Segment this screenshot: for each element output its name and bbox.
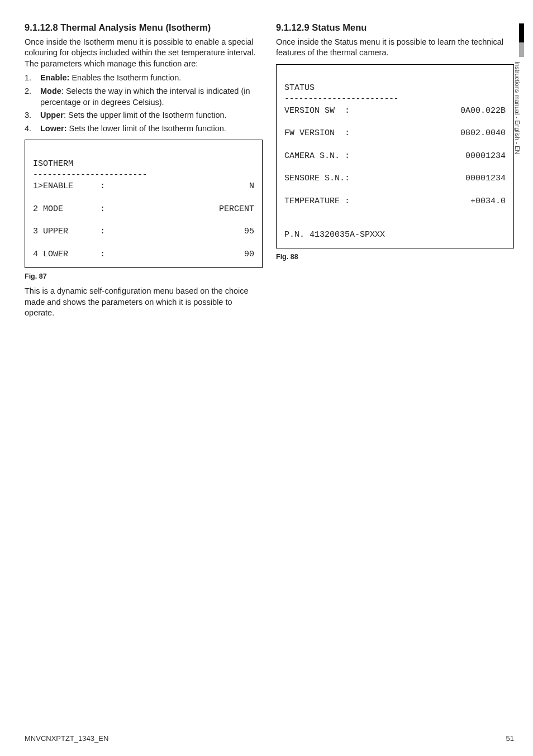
- term-val: PERCENT: [111, 204, 254, 215]
- term-colon: :: [100, 181, 111, 192]
- list-text: : Selects the way in which the interval …: [40, 87, 250, 107]
- term-label: 1>ENABLE: [33, 181, 100, 192]
- intro-isotherm: Once inside the Isotherm menu it is poss…: [25, 37, 263, 70]
- list-item: 1. Enable: Enables the Isotherm function…: [25, 73, 263, 84]
- status-label: SENSORE S.N.:: [284, 173, 367, 184]
- term-val: 95: [111, 226, 254, 237]
- terminal-status: STATUS ------------------------ VERSION …: [276, 64, 514, 248]
- term-label: 4 LOWER: [33, 249, 100, 260]
- fig-caption-88: Fig. 88: [276, 253, 514, 261]
- side-tab-black: [519, 23, 524, 42]
- terminal-rule: ------------------------: [284, 94, 398, 104]
- status-val: 00001234: [367, 173, 506, 184]
- list-num: 1.: [25, 73, 31, 84]
- status-label: CAMERA S.N. :: [284, 151, 367, 162]
- heading-isotherm: 9.1.12.8 Thermal Analysis Menu (Isotherm…: [25, 22, 263, 34]
- status-val: +0034.0: [367, 196, 506, 207]
- list-item: 4. Lower: Sets the lower limit of the Is…: [25, 123, 263, 135]
- para-after-isotherm: This is a dynamic self-configuration men…: [25, 286, 263, 319]
- term-colon: :: [100, 204, 111, 215]
- terminal-isotherm: ISOTHERM ------------------------ 1>ENAB…: [25, 140, 263, 268]
- status-label: VERSION SW :: [284, 106, 367, 117]
- list-label: Upper: [40, 111, 64, 119]
- term-val: 90: [111, 249, 254, 260]
- side-tab: Instructions manual - English - EN: [514, 23, 525, 154]
- status-val: 0802.0040: [367, 128, 506, 139]
- side-text: Instructions manual - English - EN: [514, 61, 521, 154]
- status-val: 00001234: [367, 151, 506, 162]
- list-item: 2. Mode: Selects the way in which the in…: [25, 86, 263, 108]
- status-pn: P.N. 41320035A-SPXXX: [284, 230, 385, 240]
- list-num: 3.: [25, 110, 31, 121]
- list-isotherm: 1. Enable: Enables the Isotherm function…: [25, 73, 263, 134]
- list-item: 3. Upper: Sets the upper limit of the Is…: [25, 110, 263, 121]
- footer-page-number: 51: [506, 734, 514, 743]
- list-num: 2.: [25, 86, 31, 97]
- status-label: TEMPERATURE :: [284, 196, 367, 207]
- term-colon: :: [100, 249, 111, 260]
- list-text: : Sets the upper limit of the Isotherm f…: [64, 111, 227, 119]
- status-val: 0A00.022B: [367, 106, 506, 117]
- list-label: Enable:: [40, 73, 69, 82]
- term-val: N: [111, 181, 254, 192]
- term-label: 2 MODE: [33, 204, 100, 215]
- footer-doc-id: MNVCNXPTZT_1343_EN: [25, 734, 108, 743]
- list-label: Lower:: [40, 124, 67, 133]
- terminal-title: ISOTHERM: [33, 159, 73, 169]
- list-text: Enables the Isotherm function.: [69, 73, 181, 82]
- terminal-title: STATUS: [284, 83, 315, 93]
- list-num: 4.: [25, 123, 31, 135]
- list-text: Sets the lower limit of the Isotherm fun…: [67, 124, 226, 133]
- heading-status: 9.1.12.9 Status Menu: [276, 22, 514, 34]
- term-label: 3 UPPER: [33, 226, 100, 237]
- list-label: Mode: [40, 87, 61, 95]
- intro-status: Once inside the Status menu it is possib…: [276, 37, 514, 59]
- term-colon: :: [100, 226, 111, 237]
- fig-caption-87: Fig. 87: [25, 272, 263, 280]
- terminal-rule: ------------------------: [33, 170, 147, 180]
- status-label: FW VERSION :: [284, 128, 367, 139]
- side-tab-gray: [519, 42, 524, 57]
